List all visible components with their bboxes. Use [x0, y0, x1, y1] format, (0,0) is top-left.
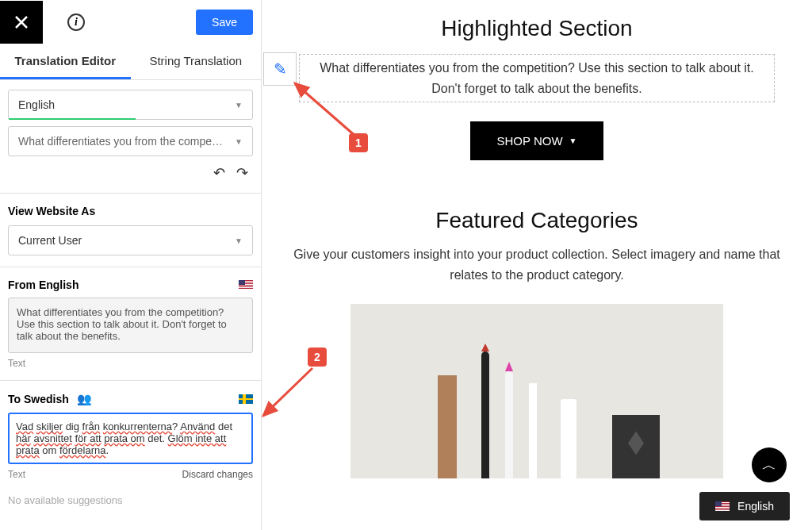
close-button[interactable] — [0, 1, 43, 44]
language-switcher[interactable]: English — [699, 492, 790, 520]
edit-element-button[interactable]: ✎ — [263, 52, 297, 86]
shop-now-button[interactable]: SHOP NOW ▼ — [470, 121, 604, 160]
save-button[interactable]: Save — [196, 10, 253, 35]
tab-string-translation[interactable]: String Translation — [131, 44, 262, 79]
translation-sidebar: i Save Translation Editor String Transla… — [0, 0, 262, 530]
language-select-value: English — [18, 98, 55, 111]
view-as-title: View Website As — [8, 205, 253, 217]
string-select[interactable]: What differentiates you from the competi… — [8, 126, 253, 156]
redo-button[interactable]: ↷ — [236, 164, 248, 182]
info-icon: i — [67, 13, 85, 31]
tab-translation-editor[interactable]: Translation Editor — [0, 44, 131, 79]
no-suggestions-text: No available suggestions — [8, 494, 253, 506]
chevron-down-icon: ▼ — [235, 137, 243, 146]
translation-meta: Text — [8, 469, 25, 480]
info-button[interactable]: i — [62, 8, 90, 36]
hero-title: Highlighted Section — [285, 16, 788, 41]
preview-pane: ✎ 1 2 Highlighted Section What different… — [262, 0, 812, 530]
featured-section: Featured Categories Give your customers … — [262, 208, 812, 478]
from-language-title: From English — [8, 278, 79, 291]
language-select[interactable]: English ▼ — [8, 90, 253, 120]
translation-input[interactable]: Vad skiljer dig från konkurrenterna? Anv… — [8, 413, 253, 464]
featured-description: Give your customers insight into your pr… — [285, 244, 788, 285]
discard-changes-link[interactable]: Discard changes — [182, 469, 253, 480]
flag-us-icon — [715, 501, 730, 511]
from-language-section: From English What differentiates you fro… — [0, 267, 261, 380]
annotation-marker-2: 2 — [308, 348, 327, 367]
annotation-marker-1: 1 — [349, 133, 368, 152]
language-switcher-label: English — [737, 500, 774, 513]
source-meta: Text — [8, 358, 25, 369]
undo-redo-bar: ↶ ↷ — [0, 156, 261, 193]
chevron-down-icon: ▼ — [235, 101, 243, 109]
language-selector-block: English ▼ What differentiates you from t… — [0, 80, 261, 156]
scroll-to-top-button[interactable]: ︿ — [752, 447, 787, 482]
view-as-section: View Website As Current User ▼ — [0, 193, 261, 267]
to-language-title: To Swedish — [8, 393, 69, 405]
product-image[interactable] — [350, 304, 723, 478]
chevron-down-icon: ▼ — [569, 136, 577, 145]
hero-section: Highlighted Section What differentiates … — [262, 0, 812, 208]
string-select-value: What differentiates you from the competi… — [18, 135, 224, 148]
undo-button[interactable]: ↶ — [213, 164, 225, 182]
pencil-icon: ✎ — [274, 60, 287, 79]
to-language-section: To Swedish 👥 Vad skiljer dig från konkur… — [0, 380, 261, 517]
featured-title: Featured Categories — [285, 208, 788, 233]
people-icon[interactable]: 👥 — [77, 392, 92, 405]
sidebar-topbar: i Save — [0, 0, 261, 44]
shop-now-label: SHOP NOW — [497, 134, 563, 148]
flag-us-icon — [239, 280, 253, 290]
source-text-box[interactable]: What differentiates you from the competi… — [8, 298, 253, 353]
view-as-value: Current User — [18, 234, 82, 247]
sidebar-tabs: Translation Editor String Translation — [0, 44, 261, 80]
chevron-down-icon: ▼ — [235, 236, 243, 245]
flag-se-icon — [239, 394, 253, 404]
hero-description[interactable]: What differentiates you from the competi… — [299, 54, 775, 102]
chevron-up-icon: ︿ — [762, 455, 776, 474]
view-as-select[interactable]: Current User ▼ — [8, 225, 253, 255]
close-icon — [14, 15, 29, 29]
